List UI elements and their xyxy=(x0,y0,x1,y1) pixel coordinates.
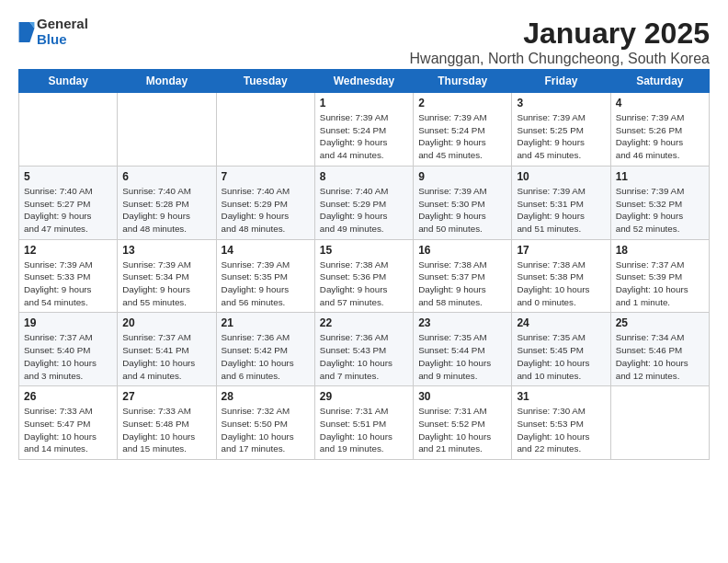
table-row: 14Sunrise: 7:39 AM Sunset: 5:35 PM Dayli… xyxy=(216,239,314,313)
col-saturday: Saturday xyxy=(610,70,709,93)
day-number: 25 xyxy=(616,316,704,329)
day-info: Sunrise: 7:37 AM Sunset: 5:39 PM Dayligh… xyxy=(616,259,704,309)
table-row: 19Sunrise: 7:37 AM Sunset: 5:40 PM Dayli… xyxy=(19,313,118,386)
logo: General Blue xyxy=(18,17,88,47)
table-row: 16Sunrise: 7:38 AM Sunset: 5:37 PM Dayli… xyxy=(414,239,512,313)
calendar-week-row: 19Sunrise: 7:37 AM Sunset: 5:40 PM Dayli… xyxy=(19,313,710,386)
day-info: Sunrise: 7:39 AM Sunset: 5:31 PM Dayligh… xyxy=(517,185,605,236)
table-row: 9Sunrise: 7:39 AM Sunset: 5:30 PM Daylig… xyxy=(414,166,512,239)
table-row: 10Sunrise: 7:39 AM Sunset: 5:31 PM Dayli… xyxy=(512,166,610,239)
day-number: 20 xyxy=(122,316,210,329)
table-row: 21Sunrise: 7:36 AM Sunset: 5:42 PM Dayli… xyxy=(216,313,314,386)
day-info: Sunrise: 7:37 AM Sunset: 5:40 PM Dayligh… xyxy=(24,331,112,382)
table-row: 11Sunrise: 7:39 AM Sunset: 5:32 PM Dayli… xyxy=(610,166,709,239)
table-row: 28Sunrise: 7:32 AM Sunset: 5:50 PM Dayli… xyxy=(216,386,314,460)
col-tuesday: Tuesday xyxy=(216,70,314,93)
day-info: Sunrise: 7:39 AM Sunset: 5:32 PM Dayligh… xyxy=(616,185,704,236)
page: General Blue January 2025 Hwanggan, Nort… xyxy=(0,0,728,469)
calendar-header-row: Sunday Monday Tuesday Wednesday Thursday… xyxy=(19,70,710,93)
logo-general: General xyxy=(37,17,88,32)
day-info: Sunrise: 7:39 AM Sunset: 5:26 PM Dayligh… xyxy=(616,111,704,162)
day-number: 9 xyxy=(418,170,506,183)
table-row: 15Sunrise: 7:38 AM Sunset: 5:36 PM Dayli… xyxy=(314,239,413,313)
table-row: 25Sunrise: 7:34 AM Sunset: 5:46 PM Dayli… xyxy=(610,313,709,386)
table-row: 24Sunrise: 7:35 AM Sunset: 5:45 PM Dayli… xyxy=(512,313,610,386)
day-number: 14 xyxy=(222,244,310,257)
day-number: 2 xyxy=(418,97,506,109)
day-number: 16 xyxy=(418,244,506,257)
day-info: Sunrise: 7:35 AM Sunset: 5:45 PM Dayligh… xyxy=(517,331,605,382)
day-info: Sunrise: 7:32 AM Sunset: 5:50 PM Dayligh… xyxy=(222,405,310,455)
day-number: 12 xyxy=(24,244,112,257)
day-info: Sunrise: 7:40 AM Sunset: 5:29 PM Dayligh… xyxy=(320,185,408,236)
table-row: 26Sunrise: 7:33 AM Sunset: 5:47 PM Dayli… xyxy=(19,386,118,460)
table-row: 7Sunrise: 7:40 AM Sunset: 5:29 PM Daylig… xyxy=(216,166,314,239)
table-row: 4Sunrise: 7:39 AM Sunset: 5:26 PM Daylig… xyxy=(610,93,709,167)
day-info: Sunrise: 7:37 AM Sunset: 5:41 PM Dayligh… xyxy=(122,331,210,382)
day-info: Sunrise: 7:40 AM Sunset: 5:28 PM Dayligh… xyxy=(122,185,210,236)
day-info: Sunrise: 7:38 AM Sunset: 5:38 PM Dayligh… xyxy=(517,259,605,309)
day-info: Sunrise: 7:39 AM Sunset: 5:33 PM Dayligh… xyxy=(24,259,112,309)
title-section: January 2025 Hwanggan, North Chungcheong… xyxy=(410,17,710,67)
day-info: Sunrise: 7:35 AM Sunset: 5:44 PM Dayligh… xyxy=(418,331,506,382)
day-info: Sunrise: 7:39 AM Sunset: 5:35 PM Dayligh… xyxy=(222,259,310,309)
day-info: Sunrise: 7:38 AM Sunset: 5:36 PM Dayligh… xyxy=(320,259,408,309)
day-number: 29 xyxy=(320,390,408,403)
col-monday: Monday xyxy=(118,70,216,93)
day-number: 21 xyxy=(222,316,310,329)
day-number: 27 xyxy=(122,390,210,403)
day-info: Sunrise: 7:34 AM Sunset: 5:46 PM Dayligh… xyxy=(616,331,704,382)
col-friday: Friday xyxy=(512,70,610,93)
day-number: 6 xyxy=(122,170,210,183)
table-row: 20Sunrise: 7:37 AM Sunset: 5:41 PM Dayli… xyxy=(118,313,216,386)
day-number: 19 xyxy=(24,316,112,329)
header: General Blue January 2025 Hwanggan, Nort… xyxy=(18,17,710,67)
col-wednesday: Wednesday xyxy=(314,70,413,93)
day-number: 28 xyxy=(222,390,310,403)
day-number: 30 xyxy=(418,390,506,403)
day-number: 22 xyxy=(320,316,408,329)
day-info: Sunrise: 7:39 AM Sunset: 5:25 PM Dayligh… xyxy=(517,111,605,162)
day-number: 18 xyxy=(616,244,704,257)
table-row: 6Sunrise: 7:40 AM Sunset: 5:28 PM Daylig… xyxy=(118,166,216,239)
table-row: 5Sunrise: 7:40 AM Sunset: 5:27 PM Daylig… xyxy=(19,166,118,239)
subtitle: Hwanggan, North Chungcheong, South Korea xyxy=(410,51,710,67)
day-number: 26 xyxy=(24,390,112,403)
day-number: 7 xyxy=(222,170,310,183)
calendar: Sunday Monday Tuesday Wednesday Thursday… xyxy=(18,69,710,460)
day-info: Sunrise: 7:33 AM Sunset: 5:47 PM Dayligh… xyxy=(24,405,112,455)
table-row xyxy=(216,93,314,167)
day-number: 13 xyxy=(122,244,210,257)
logo-icon xyxy=(18,22,35,42)
day-info: Sunrise: 7:36 AM Sunset: 5:42 PM Dayligh… xyxy=(222,331,310,382)
table-row: 31Sunrise: 7:30 AM Sunset: 5:53 PM Dayli… xyxy=(512,386,610,460)
calendar-week-row: 5Sunrise: 7:40 AM Sunset: 5:27 PM Daylig… xyxy=(19,166,710,239)
day-number: 11 xyxy=(616,170,704,183)
table-row: 27Sunrise: 7:33 AM Sunset: 5:48 PM Dayli… xyxy=(118,386,216,460)
table-row: 30Sunrise: 7:31 AM Sunset: 5:52 PM Dayli… xyxy=(414,386,512,460)
table-row: 22Sunrise: 7:36 AM Sunset: 5:43 PM Dayli… xyxy=(314,313,413,386)
day-number: 31 xyxy=(517,390,605,403)
logo-text: General Blue xyxy=(37,17,88,47)
day-info: Sunrise: 7:40 AM Sunset: 5:29 PM Dayligh… xyxy=(222,185,310,236)
day-number: 10 xyxy=(517,170,605,183)
table-row xyxy=(118,93,216,167)
day-info: Sunrise: 7:31 AM Sunset: 5:51 PM Dayligh… xyxy=(320,405,408,455)
day-info: Sunrise: 7:30 AM Sunset: 5:53 PM Dayligh… xyxy=(517,405,605,455)
day-number: 4 xyxy=(616,97,704,109)
table-row xyxy=(610,386,709,460)
main-title: January 2025 xyxy=(410,17,710,51)
table-row: 23Sunrise: 7:35 AM Sunset: 5:44 PM Dayli… xyxy=(414,313,512,386)
col-thursday: Thursday xyxy=(414,70,512,93)
day-info: Sunrise: 7:31 AM Sunset: 5:52 PM Dayligh… xyxy=(418,405,506,455)
calendar-week-row: 1Sunrise: 7:39 AM Sunset: 5:24 PM Daylig… xyxy=(19,93,710,167)
day-number: 23 xyxy=(418,316,506,329)
table-row: 13Sunrise: 7:39 AM Sunset: 5:34 PM Dayli… xyxy=(118,239,216,313)
table-row: 18Sunrise: 7:37 AM Sunset: 5:39 PM Dayli… xyxy=(610,239,709,313)
calendar-week-row: 12Sunrise: 7:39 AM Sunset: 5:33 PM Dayli… xyxy=(19,239,710,313)
day-info: Sunrise: 7:39 AM Sunset: 5:30 PM Dayligh… xyxy=(418,185,506,236)
day-info: Sunrise: 7:39 AM Sunset: 5:24 PM Dayligh… xyxy=(320,111,408,162)
day-number: 8 xyxy=(320,170,408,183)
logo-blue: Blue xyxy=(37,32,88,48)
table-row: 29Sunrise: 7:31 AM Sunset: 5:51 PM Dayli… xyxy=(314,386,413,460)
